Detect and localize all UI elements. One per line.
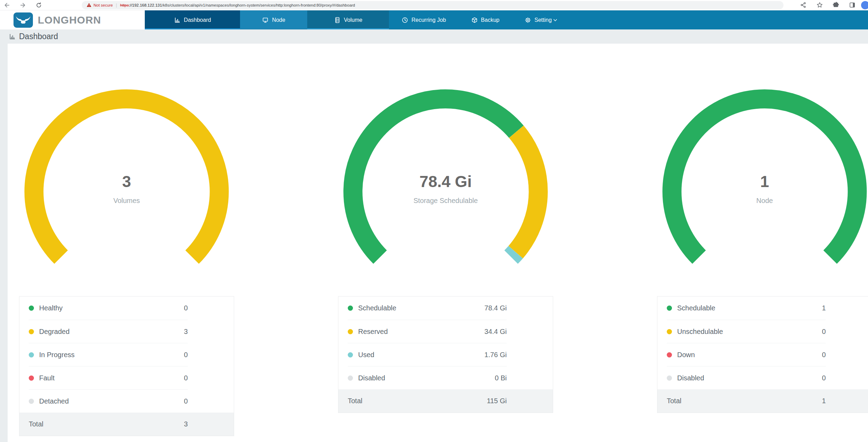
legend-value: 34.4 Gi (485, 328, 507, 336)
back-icon (3, 2, 10, 9)
reload-icon (35, 2, 42, 9)
nav-label: Node (272, 17, 285, 23)
legend-label: In Progress (39, 351, 74, 359)
legend-dot (667, 375, 672, 381)
dashboard-card: 3 Volumes Healthy0Degraded3In Progress0F… (8, 44, 868, 442)
legend-value: 1 (822, 304, 826, 312)
legend-value: 0 (184, 351, 188, 359)
legend-dot (29, 352, 34, 357)
legend-value: 0 (184, 397, 188, 405)
security-status-text: Not secure (94, 3, 113, 7)
legend-row: Healthy0 (29, 297, 188, 320)
reload-button[interactable] (35, 2, 42, 9)
legend-dot (667, 306, 672, 311)
volumes-gauge: 3 Volumes (19, 88, 234, 266)
node-panel: 1 Node Schedulable1Unschedulable0Down0Di… (657, 88, 868, 442)
dashboard-title-icon (9, 33, 16, 40)
legend-row: Disabled0 (667, 366, 826, 389)
url-host: ://192.168.122.131 (129, 3, 162, 7)
forward-button[interactable] (19, 2, 26, 9)
total-value: 1 (822, 397, 826, 405)
profile-avatar[interactable] (861, 1, 868, 9)
gauge-center-text: 78.4 Gi Storage Schedulable (338, 174, 553, 205)
nav-label: Volume (344, 17, 362, 23)
nav-item-recurring-job[interactable]: Recurring Job (389, 10, 459, 29)
legend-label: Detached (39, 397, 69, 405)
legend-label: Used (358, 351, 374, 359)
storage-legend-table: Schedulable78.4 GiReserved34.4 GiUsed1.7… (338, 296, 553, 413)
legend-label: Healthy (39, 304, 63, 312)
legend-value: 0 (184, 304, 188, 312)
volume-icon (334, 17, 341, 24)
legend-value: 78.4 Gi (485, 304, 507, 312)
volumes-caption: Volumes (19, 197, 234, 205)
puzzle-icon (833, 2, 839, 8)
nav-item-backup[interactable]: Backup (459, 10, 512, 29)
legend-value: 0 (822, 351, 826, 359)
node-legend-table: Schedulable1Unschedulable0Down0Disabled0… (657, 296, 868, 413)
legend-total-row: Total1 (657, 389, 868, 413)
legend-dot (29, 329, 34, 334)
legend-row: Used1.76 Gi (348, 343, 507, 366)
side-panel-button[interactable] (849, 2, 856, 9)
legend-value: 0 (822, 328, 826, 336)
star-icon (816, 2, 823, 8)
legend-label: Disabled (358, 374, 385, 382)
nav-item-dashboard[interactable]: Dashboard (145, 10, 240, 29)
browser-toolbar: Not secure | https://192.168.122.131/k8s… (0, 0, 868, 10)
total-value: 3 (184, 420, 188, 428)
share-button[interactable] (800, 2, 807, 9)
chevron-down-icon (553, 19, 557, 21)
clock-icon (401, 17, 408, 24)
nav-item-volume[interactable]: Volume (307, 10, 389, 29)
extensions-button[interactable] (832, 2, 839, 9)
legend-label: Degraded (39, 328, 70, 336)
legend-row: Schedulable1 (667, 297, 826, 320)
omnibox-divider: | (116, 3, 117, 8)
legend-dot (667, 329, 672, 334)
brand-area[interactable]: LONGHORN (0, 10, 145, 29)
nav-label: Dashboard (184, 17, 211, 23)
bookmark-button[interactable] (816, 2, 823, 9)
legend-label: Schedulable (677, 304, 715, 312)
dashboard-icon (174, 17, 181, 24)
gauge-center-text: 1 Node (657, 174, 868, 205)
gauge-segment-used (511, 252, 516, 257)
node-icon (262, 17, 269, 24)
legend-value: 0 (822, 374, 826, 382)
legend-dot (348, 329, 353, 334)
legend-row: Fault0 (29, 366, 188, 389)
back-button[interactable] (3, 2, 10, 9)
legend-total-row: Total115 Gi (338, 389, 553, 413)
storage-caption: Storage Schedulable (338, 197, 553, 205)
node-count: 1 (657, 174, 868, 189)
legend-label: Fault (39, 374, 54, 382)
total-label: Total (667, 397, 681, 405)
gear-icon (524, 17, 531, 24)
legend-dot (348, 375, 353, 381)
legend-dot (667, 352, 672, 357)
nav-label: Backup (481, 17, 499, 23)
storage-schedulable-value: 78.4 Gi (338, 174, 553, 189)
backup-box-icon (471, 17, 478, 24)
brand-name: LONGHORN (38, 14, 101, 26)
nav-label: Recurring Job (411, 17, 446, 23)
legend-value: 3 (184, 328, 188, 336)
url-path: /k8s/clusters/local/api/v1/namespaces/lo… (162, 3, 355, 7)
longhorn-logo (14, 12, 33, 28)
not-secure-warning-icon (87, 3, 91, 7)
legend-row: Reserved34.4 Gi (348, 320, 507, 343)
app-header: LONGHORN Dashboard Node Volume Recurring… (0, 10, 868, 29)
legend-row: Schedulable78.4 Gi (348, 297, 507, 320)
url-scheme: https (120, 3, 129, 7)
nav-item-setting[interactable]: Setting (512, 10, 570, 29)
storage-gauge: 78.4 Gi Storage Schedulable (338, 88, 553, 266)
legend-total-row: Total3 (19, 413, 234, 436)
side-panel-icon (849, 2, 856, 8)
gauge-center-text: 3 Volumes (19, 174, 234, 205)
legend-label: Disabled (677, 374, 704, 382)
nav-item-node[interactable]: Node (240, 10, 307, 29)
address-bar[interactable]: Not secure | https://192.168.122.131/k8s… (82, 1, 783, 9)
main-nav: Dashboard Node Volume Recurring Job Back… (145, 10, 868, 29)
node-caption: Node (657, 197, 868, 205)
